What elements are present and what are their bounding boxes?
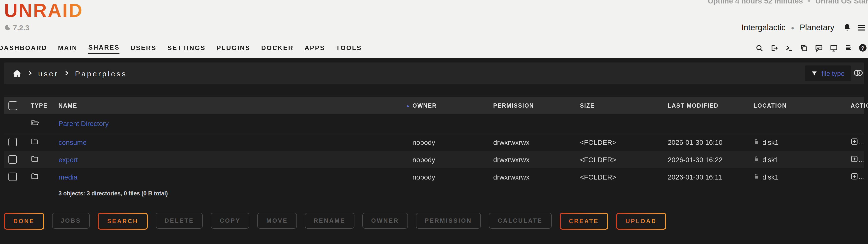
col-header-location[interactable]: LOCATION (753, 102, 851, 109)
col-header-owner[interactable]: OWNER (412, 102, 493, 109)
server-description: Planetary (800, 23, 834, 32)
hamburger-menu-icon[interactable] (857, 23, 866, 32)
move-button[interactable]: MOVE (257, 213, 297, 228)
more-actions[interactable]: ... (859, 173, 864, 181)
col-header-size[interactable]: SIZE (580, 102, 668, 109)
nav-dashboard[interactable]: DASHBOARD (0, 44, 47, 54)
search-button[interactable]: SEARCH (98, 213, 148, 230)
col-header-permission[interactable]: PERMISSION (493, 102, 580, 109)
permission-cell: drwxrwxrwx (493, 138, 580, 146)
log-icon[interactable] (844, 43, 852, 52)
nav-shares[interactable]: SHARES (88, 43, 120, 54)
breadcrumb-user[interactable]: user (38, 69, 59, 78)
folder-link[interactable]: export (59, 155, 78, 163)
dot-separator: ● (791, 25, 794, 30)
permission-button[interactable]: PERMISSION (416, 213, 481, 228)
permission-cell: drwxrwxrwx (493, 173, 580, 181)
more-actions[interactable]: ... (859, 139, 864, 146)
row-checkbox[interactable] (8, 138, 17, 146)
bell-icon[interactable] (843, 23, 851, 32)
row-actions[interactable]: ... (851, 138, 866, 147)
row-actions[interactable]: ... (851, 172, 866, 181)
nav-settings[interactable]: SETTINGS (167, 44, 206, 54)
permission-cell: drwxrwxrwx (493, 155, 580, 163)
version-badge: 7.2.3 (5, 23, 30, 32)
sort-ascending-icon[interactable]: ▲ (405, 103, 410, 108)
table-row-media: media nobody drwxrwxrwx <FOLDER> 2026-01… (4, 168, 864, 185)
size-cell: <FOLDER> (580, 155, 668, 163)
folder-link[interactable]: consume (59, 138, 87, 146)
copy-button[interactable]: COPY (211, 213, 250, 228)
top-header: UNRAID 7.2.3 Uptime 4 hours 52 minutes•U… (0, 0, 868, 58)
view-toggle-icon[interactable] (854, 69, 863, 79)
nav-apps[interactable]: APPS (305, 44, 325, 54)
version-label: 7.2.3 (13, 23, 30, 32)
location-label: disk1 (763, 173, 778, 181)
done-button[interactable]: DONE (4, 213, 44, 230)
col-header-modified[interactable]: LAST MODIFIED (668, 102, 753, 109)
object-count-summary: 3 objects: 3 directories, 0 files (0 B t… (59, 190, 168, 196)
home-icon[interactable] (12, 69, 22, 78)
display-icon[interactable] (829, 43, 838, 52)
add-action-icon[interactable] (851, 138, 859, 147)
delete-button[interactable]: DELETE (156, 213, 203, 228)
table-row-parent: Parent Directory (4, 114, 864, 133)
select-all-checkbox[interactable] (8, 101, 17, 110)
row-checkbox[interactable] (8, 173, 17, 181)
license-text: Unraid OS Starte (815, 0, 868, 5)
folder-open-icon (31, 118, 39, 129)
create-button[interactable]: CREATE (559, 213, 608, 230)
calculate-button[interactable]: CALCULATE (489, 213, 552, 228)
folder-icon (31, 154, 39, 164)
nav-main[interactable]: MAIN (58, 44, 78, 54)
location-cell: disk1 (753, 155, 851, 163)
chevron-right-icon (64, 69, 69, 78)
upload-button[interactable]: UPLOAD (616, 213, 666, 230)
table-row-export: export nobody drwxrwxrwx <FOLDER> 2026-0… (4, 151, 864, 168)
add-action-icon[interactable] (851, 172, 859, 181)
nav-plugins[interactable]: PLUGINS (216, 44, 250, 54)
folder-link[interactable]: media (59, 173, 78, 181)
breadcrumb-share[interactable]: Paperpless (75, 69, 127, 78)
nav-docker[interactable]: DOCKER (261, 44, 294, 54)
lock-icon (753, 138, 760, 146)
more-actions[interactable]: ... (859, 156, 864, 163)
feedback-icon[interactable] (814, 43, 823, 52)
nav-tools[interactable]: TOOLS (336, 44, 362, 54)
col-header-action: ACTION (851, 102, 868, 109)
owner-cell: nobody (412, 173, 493, 181)
footer-button-bar: DONE JOBS SEARCH DELETE COPY MOVE RENAME… (4, 213, 666, 230)
logout-icon[interactable] (770, 43, 778, 52)
col-header-type[interactable]: TYPE (26, 102, 59, 109)
row-checkbox[interactable] (8, 155, 17, 164)
parent-directory-link[interactable]: Parent Directory (59, 120, 108, 127)
owner-button[interactable]: OWNER (362, 213, 408, 228)
nav-users[interactable]: USERS (131, 44, 157, 54)
unraid-logo[interactable]: UNRAID (4, 0, 83, 21)
filter-label: file type (822, 70, 844, 77)
file-type-filter[interactable]: file type (805, 65, 851, 81)
search-icon[interactable] (755, 43, 764, 52)
add-action-icon[interactable] (851, 155, 859, 164)
owner-cell: nobody (412, 138, 493, 146)
server-status-line: Uptime 4 hours 52 minutes•Unraid OS Star… (708, 0, 868, 5)
funnel-icon (811, 70, 817, 77)
modified-cell: 2026-01-30 16:11 (668, 173, 753, 181)
table-row-consume: consume nobody drwxrwxrwx <FOLDER> 2026-… (4, 133, 864, 151)
row-actions[interactable]: ... (851, 155, 866, 164)
lock-icon (753, 173, 760, 181)
size-cell: <FOLDER> (580, 173, 668, 181)
file-table: TYPE NAME ▲ OWNER PERMISSION SIZE LAST M… (4, 97, 864, 185)
server-identity: Intergalactic ● Planetary (741, 23, 866, 32)
lock-icon (753, 155, 760, 163)
help-icon[interactable]: ? (859, 44, 867, 52)
col-header-name[interactable]: NAME (59, 102, 78, 109)
terminal-icon[interactable] (785, 43, 793, 52)
table-header-row: TYPE NAME ▲ OWNER PERMISSION SIZE LAST M… (4, 97, 864, 114)
copy-icon[interactable] (800, 43, 808, 52)
modified-cell: 2026-01-30 16:22 (668, 155, 753, 163)
rename-button[interactable]: RENAME (305, 213, 354, 228)
location-cell: disk1 (753, 138, 851, 146)
jobs-button[interactable]: JOBS (52, 213, 90, 228)
uptime-text: Uptime 4 hours 52 minutes (708, 0, 803, 5)
